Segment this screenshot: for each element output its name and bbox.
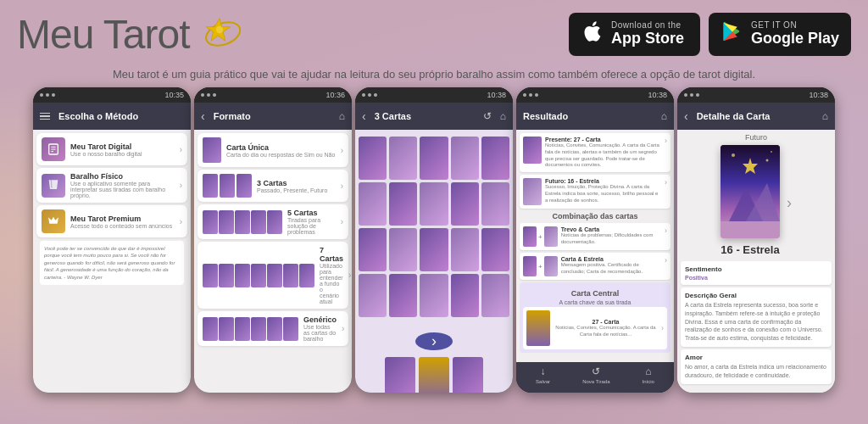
status-bar-1: 10:35 <box>33 87 191 103</box>
combo-item-2[interactable]: + Carta & Estrela Mensagem positiva. Cer… <box>520 253 670 280</box>
logo-area: Meu Tarot <box>17 11 241 58</box>
method-item-digital[interactable]: Meu Tarot Digital Use o nosso baralho di… <box>36 133 187 165</box>
refresh-icon[interactable]: ↺ <box>483 110 492 122</box>
selected-card-3[interactable] <box>453 357 483 393</box>
home-icon-3[interactable]: ⌂ <box>500 110 506 122</box>
tarot-card-1[interactable] <box>359 137 387 180</box>
result-label-present: Presente: 27 - Carta <box>545 137 661 142</box>
screen4-title: Resultado <box>523 111 656 121</box>
phone-3: 10:38 ‹ 3 Cartas ↺ ⌂ <box>355 87 513 393</box>
continue-button[interactable]: › <box>415 332 453 350</box>
method-item-physical[interactable]: Baralho Físico Use o aplicativo somente … <box>36 168 187 203</box>
format-title-7: 7 Cartas <box>320 246 343 263</box>
tarot-card-4[interactable] <box>451 137 479 180</box>
combo-cards-2: + <box>523 256 558 276</box>
result-desc-present: Notícias, Convites, Comunicação. A carta… <box>545 142 661 169</box>
selected-card-1[interactable] <box>385 357 415 393</box>
method-text-premium: Meu Tarot Premium Acesse todo o conteúdo… <box>70 215 175 229</box>
tarot-card-6[interactable] <box>359 182 387 226</box>
quote-box: Você pode ter se convencido de que dar é… <box>40 241 184 285</box>
format-item-5[interactable]: 5 Cartas Tiradas para solução de problem… <box>198 204 348 239</box>
central-card-text: 27 - Carta Notícias, Convites, Comunicaç… <box>554 319 658 338</box>
tarot-card-19[interactable] <box>451 274 479 317</box>
apple-icon <box>581 20 604 49</box>
method-title-premium: Meu Tarot Premium <box>70 215 175 223</box>
tarot-card-16[interactable] <box>359 274 387 317</box>
status-icons-4 <box>523 93 538 97</box>
subtitle: Meu tarot é um guia prático que vai te a… <box>17 68 851 81</box>
tarot-card-13[interactable] <box>420 228 448 271</box>
result-desc-future: Sucesso, Intuição, Proteção Divina. A ca… <box>545 184 661 204</box>
googleplay-button[interactable]: GET IT ON Google Play <box>709 13 851 56</box>
screen5-title: Detalhe da Carta <box>697 111 817 121</box>
central-card-row[interactable]: 27 - Carta Notícias, Convites, Comunicaç… <box>523 307 667 349</box>
tarot-card-5[interactable] <box>481 137 509 180</box>
digital-icon <box>42 137 65 161</box>
tarot-card-8[interactable] <box>420 182 448 226</box>
status-time-2: 10:36 <box>326 91 345 99</box>
sentimento-value: Positiva <box>685 275 827 281</box>
method-list: Meu Tarot Digital Use o nosso baralho di… <box>33 130 191 292</box>
tarot-card-10[interactable] <box>481 182 509 226</box>
tarot-card-20[interactable] <box>481 274 509 317</box>
cards-screen: › <box>355 130 513 393</box>
card-preview-single <box>203 137 221 163</box>
home-btn-icon: ⌂ <box>645 365 651 377</box>
tarot-card-11[interactable] <box>359 228 387 271</box>
tarot-card-3[interactable] <box>420 137 448 180</box>
hamburger-menu[interactable] <box>40 113 50 120</box>
card-label-futuro: Futuro <box>745 133 767 142</box>
central-card-arrow: › <box>661 324 664 332</box>
googleplay-text: GET IT ON Google Play <box>751 20 839 47</box>
card-preview-7 <box>203 264 314 287</box>
format-item-generic[interactable]: Genérico Use todas as cartas do baralho … <box>198 311 348 346</box>
new-reading-button[interactable]: ↺ Nova Tirada <box>582 365 609 389</box>
googleplay-bottom: Google Play <box>751 30 839 47</box>
back-arrow-2[interactable]: ‹ <box>201 109 205 123</box>
screen3-title: 3 Cartas <box>375 111 478 121</box>
appstore-button[interactable]: Download on the App Store <box>569 13 700 56</box>
status-icons-1 <box>40 93 55 97</box>
tarot-card-14[interactable] <box>451 228 479 271</box>
format-item-single[interactable]: Carta Única Carta do dia ou respostas de… <box>198 133 348 167</box>
back-arrow-5[interactable]: ‹ <box>684 109 688 123</box>
method-arrow-1: › <box>180 145 182 154</box>
method-arrow-3: › <box>180 217 182 226</box>
home-icon-5[interactable]: ⌂ <box>822 110 828 122</box>
tarot-card-9[interactable] <box>451 182 479 226</box>
format-title-5: 5 Cartas <box>287 209 336 217</box>
status-icons-5 <box>684 93 699 97</box>
detail-section-descricao: Descrição Geral A carta da Estrela repre… <box>681 287 832 347</box>
home-icon-4[interactable]: ⌂ <box>661 110 667 122</box>
tarot-card-18[interactable] <box>420 274 448 317</box>
tarot-card-17[interactable] <box>389 274 417 317</box>
svg-point-12 <box>732 153 735 157</box>
format-list: Carta Única Carta do dia ou respostas de… <box>194 130 352 352</box>
result-text-future: Futuro: 16 - Estrela Sucesso, Intuição, … <box>545 178 661 204</box>
result-arrow-2: › <box>665 178 667 187</box>
format-item-7[interactable]: 7 Cartas Utilizado para entender a fundo… <box>198 242 348 309</box>
detail-screen: Futuro ‹ <box>677 130 835 393</box>
phones-row: 10:35 Escolha o Método Meu Tarot Digital… <box>0 87 868 401</box>
status-time-5: 10:38 <box>809 91 828 99</box>
next-card-button[interactable]: › <box>787 194 792 212</box>
method-text-digital: Meu Tarot Digital Use o nosso baralho di… <box>70 142 175 157</box>
save-button[interactable]: ↓ Salvar <box>536 365 550 389</box>
central-card-desc: Notícias, Convites, Comunicação. A carta… <box>554 325 658 338</box>
home-icon-2[interactable]: ⌂ <box>339 110 345 122</box>
tarot-card-2[interactable] <box>389 137 417 180</box>
tarot-card-7[interactable] <box>389 182 417 226</box>
combo-arrow-2: › <box>665 256 667 265</box>
method-item-premium[interactable]: Meu Tarot Premium Acesse todo o conteúdo… <box>36 205 187 237</box>
selected-card-2[interactable] <box>419 357 449 393</box>
back-arrow-3[interactable]: ‹ <box>362 109 366 123</box>
result-item-future[interactable]: Futuro: 16 - Estrela Sucesso, Intuição, … <box>520 175 670 209</box>
format-item-3[interactable]: 3 Cartas Passado, Presente, Futuro › <box>198 170 348 202</box>
format-title-3: 3 Cartas <box>257 179 336 187</box>
combo-label-2: Carta & Estrela <box>561 256 661 262</box>
home-button[interactable]: ⌂ Início <box>643 365 654 389</box>
tarot-card-15[interactable] <box>481 228 509 271</box>
combo-item-1[interactable]: + Trevo & Carta Notícias de problemas; D… <box>520 223 670 250</box>
result-item-present[interactable]: Presente: 27 - Carta Notícias, Convites,… <box>520 133 670 172</box>
tarot-card-12[interactable] <box>389 228 417 271</box>
